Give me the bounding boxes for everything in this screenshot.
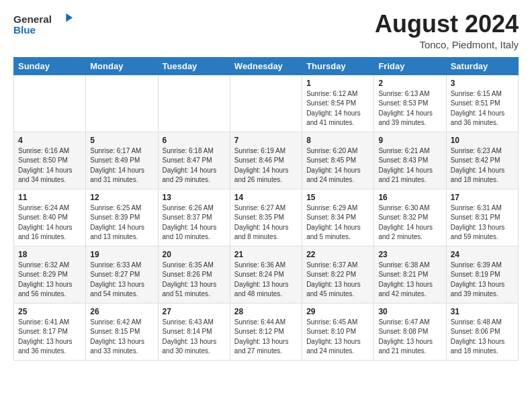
calendar-cell [230, 75, 302, 132]
calendar-day-header: Wednesday [230, 57, 302, 75]
day-info: Sunrise: 6:15 AMSunset: 8:51 PMDaylight:… [451, 89, 514, 128]
day-info: Sunrise: 6:20 AMSunset: 8:45 PMDaylight:… [306, 146, 369, 185]
calendar-cell: 13Sunrise: 6:26 AMSunset: 8:37 PMDayligh… [158, 189, 230, 246]
day-number: 14 [234, 193, 298, 202]
day-info: Sunrise: 6:23 AMSunset: 8:42 PMDaylight:… [451, 146, 514, 185]
day-info: Sunrise: 6:26 AMSunset: 8:37 PMDaylight:… [163, 203, 226, 242]
day-info: Sunrise: 6:21 AMSunset: 8:43 PMDaylight:… [378, 146, 441, 185]
day-number: 22 [306, 250, 369, 259]
day-info: Sunrise: 6:37 AMSunset: 8:22 PMDaylight:… [306, 261, 369, 300]
calendar-cell: 24Sunrise: 6:39 AMSunset: 8:19 PMDayligh… [446, 246, 518, 303]
day-info: Sunrise: 6:25 AMSunset: 8:39 PMDaylight:… [90, 203, 153, 242]
day-info: Sunrise: 6:45 AMSunset: 8:10 PMDaylight:… [306, 318, 369, 357]
calendar-cell: 12Sunrise: 6:25 AMSunset: 8:39 PMDayligh… [86, 189, 158, 246]
calendar-cell [14, 75, 86, 132]
calendar-cell: 29Sunrise: 6:45 AMSunset: 8:10 PMDayligh… [302, 303, 374, 360]
calendar-cell: 20Sunrise: 6:35 AMSunset: 8:26 PMDayligh… [158, 246, 230, 303]
day-info: Sunrise: 6:33 AMSunset: 8:27 PMDaylight:… [90, 261, 153, 300]
day-info: Sunrise: 6:29 AMSunset: 8:34 PMDaylight:… [306, 203, 369, 242]
day-info: Sunrise: 6:43 AMSunset: 8:14 PMDaylight:… [163, 318, 226, 357]
day-number: 31 [451, 307, 514, 316]
calendar-cell: 19Sunrise: 6:33 AMSunset: 8:27 PMDayligh… [86, 246, 158, 303]
calendar-cell: 3Sunrise: 6:15 AMSunset: 8:51 PMDaylight… [446, 75, 518, 132]
day-number: 23 [378, 250, 441, 259]
day-number: 26 [90, 307, 153, 316]
svg-marker-2 [66, 13, 73, 22]
day-number: 27 [163, 307, 226, 316]
calendar-cell: 8Sunrise: 6:20 AMSunset: 8:45 PMDaylight… [302, 132, 374, 189]
day-number: 11 [18, 193, 81, 202]
calendar-cell: 22Sunrise: 6:37 AMSunset: 8:22 PMDayligh… [302, 246, 374, 303]
day-info: Sunrise: 6:38 AMSunset: 8:21 PMDaylight:… [378, 261, 441, 300]
calendar-week-row: 18Sunrise: 6:32 AMSunset: 8:29 PMDayligh… [14, 246, 519, 303]
calendar-cell: 9Sunrise: 6:21 AMSunset: 8:43 PMDaylight… [374, 132, 446, 189]
logo-text: General Blue [13, 11, 74, 39]
day-info: Sunrise: 6:36 AMSunset: 8:24 PMDaylight:… [234, 261, 298, 300]
calendar-cell: 5Sunrise: 6:17 AMSunset: 8:49 PMDaylight… [86, 132, 158, 189]
day-number: 18 [18, 250, 81, 259]
header: General Blue August 2024 Tonco, Piedmont… [13, 11, 519, 50]
calendar-cell: 23Sunrise: 6:38 AMSunset: 8:21 PMDayligh… [374, 246, 446, 303]
calendar-day-header: Thursday [302, 57, 374, 75]
day-number: 12 [90, 193, 153, 202]
calendar-cell: 17Sunrise: 6:31 AMSunset: 8:31 PMDayligh… [446, 189, 518, 246]
calendar-cell: 16Sunrise: 6:30 AMSunset: 8:32 PMDayligh… [374, 189, 446, 246]
day-number: 20 [163, 250, 226, 259]
calendar-cell: 31Sunrise: 6:48 AMSunset: 8:06 PMDayligh… [446, 303, 518, 360]
calendar-day-header: Friday [374, 57, 446, 75]
calendar-cell: 27Sunrise: 6:43 AMSunset: 8:14 PMDayligh… [158, 303, 230, 360]
calendar-cell: 6Sunrise: 6:18 AMSunset: 8:47 PMDaylight… [158, 132, 230, 189]
calendar-cell: 1Sunrise: 6:12 AMSunset: 8:54 PMDaylight… [302, 75, 374, 132]
day-number: 17 [451, 193, 514, 202]
day-info: Sunrise: 6:42 AMSunset: 8:15 PMDaylight:… [90, 318, 153, 357]
day-number: 2 [378, 79, 441, 88]
calendar-day-header: Saturday [446, 57, 518, 75]
calendar-cell: 28Sunrise: 6:44 AMSunset: 8:12 PMDayligh… [230, 303, 302, 360]
calendar-header-row: SundayMondayTuesdayWednesdayThursdayFrid… [14, 57, 519, 75]
day-info: Sunrise: 6:19 AMSunset: 8:46 PMDaylight:… [234, 146, 298, 185]
day-info: Sunrise: 6:32 AMSunset: 8:29 PMDaylight:… [18, 261, 81, 300]
day-info: Sunrise: 6:41 AMSunset: 8:17 PMDaylight:… [18, 318, 81, 357]
calendar-week-row: 1Sunrise: 6:12 AMSunset: 8:54 PMDaylight… [14, 75, 519, 132]
calendar-cell: 15Sunrise: 6:29 AMSunset: 8:34 PMDayligh… [302, 189, 374, 246]
svg-text:General: General [13, 13, 52, 25]
calendar-cell: 30Sunrise: 6:47 AMSunset: 8:08 PMDayligh… [374, 303, 446, 360]
day-number: 1 [306, 79, 369, 88]
calendar-cell: 26Sunrise: 6:42 AMSunset: 8:15 PMDayligh… [86, 303, 158, 360]
calendar-cell [86, 75, 158, 132]
day-info: Sunrise: 6:12 AMSunset: 8:54 PMDaylight:… [306, 89, 369, 128]
calendar-day-header: Monday [86, 57, 158, 75]
day-info: Sunrise: 6:47 AMSunset: 8:08 PMDaylight:… [378, 318, 441, 357]
day-info: Sunrise: 6:44 AMSunset: 8:12 PMDaylight:… [234, 318, 298, 357]
day-info: Sunrise: 6:27 AMSunset: 8:35 PMDaylight:… [234, 203, 298, 242]
svg-text:Blue: Blue [13, 25, 36, 36]
calendar-cell [158, 75, 230, 132]
day-info: Sunrise: 6:18 AMSunset: 8:47 PMDaylight:… [163, 146, 226, 185]
calendar-cell: 14Sunrise: 6:27 AMSunset: 8:35 PMDayligh… [230, 189, 302, 246]
calendar-cell: 18Sunrise: 6:32 AMSunset: 8:29 PMDayligh… [14, 246, 86, 303]
day-number: 29 [306, 307, 369, 316]
day-number: 25 [18, 307, 81, 316]
day-info: Sunrise: 6:30 AMSunset: 8:32 PMDaylight:… [378, 203, 441, 242]
day-info: Sunrise: 6:48 AMSunset: 8:06 PMDaylight:… [451, 318, 514, 357]
logo-svg: General Blue [13, 11, 74, 39]
day-number: 15 [306, 193, 369, 202]
calendar-table: SundayMondayTuesdayWednesdayThursdayFrid… [13, 57, 519, 361]
day-info: Sunrise: 6:39 AMSunset: 8:19 PMDaylight:… [451, 261, 514, 300]
day-info: Sunrise: 6:35 AMSunset: 8:26 PMDaylight:… [163, 261, 226, 300]
calendar-day-header: Tuesday [158, 57, 230, 75]
calendar-cell: 25Sunrise: 6:41 AMSunset: 8:17 PMDayligh… [14, 303, 86, 360]
calendar-cell: 4Sunrise: 6:16 AMSunset: 8:50 PMDaylight… [14, 132, 86, 189]
day-number: 16 [378, 193, 441, 202]
day-info: Sunrise: 6:16 AMSunset: 8:50 PMDaylight:… [18, 146, 81, 185]
day-number: 13 [163, 193, 226, 202]
calendar-cell: 11Sunrise: 6:24 AMSunset: 8:40 PMDayligh… [14, 189, 86, 246]
day-number: 21 [234, 250, 298, 259]
logo: General Blue [13, 11, 74, 39]
month-title: August 2024 [375, 11, 519, 38]
calendar-cell: 2Sunrise: 6:13 AMSunset: 8:53 PMDaylight… [374, 75, 446, 132]
day-number: 9 [378, 136, 441, 145]
calendar-day-header: Sunday [14, 57, 86, 75]
day-number: 7 [234, 136, 298, 145]
calendar-week-row: 4Sunrise: 6:16 AMSunset: 8:50 PMDaylight… [14, 132, 519, 189]
